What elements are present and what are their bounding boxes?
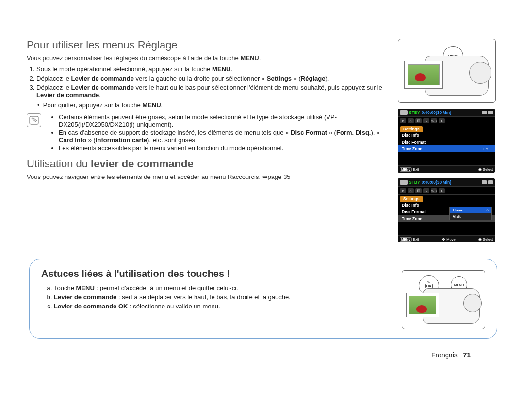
page-footer: Français _71 xyxy=(27,351,500,359)
tab-icon: ◧ xyxy=(415,188,422,193)
mode-icon xyxy=(400,180,408,185)
tab-icon: ◐ xyxy=(439,118,445,123)
intro-pre: Vous pouvez personnaliser les réglages d… xyxy=(27,54,240,62)
tab-icon: ▶ xyxy=(400,188,406,193)
menu-item-disc-format: Disc Format xyxy=(398,139,495,145)
tab-icon: WB xyxy=(431,188,437,193)
tab-icon: ☼ xyxy=(408,188,414,193)
stby-label: STBY xyxy=(409,180,420,185)
submenu-visit: Visit xyxy=(450,213,491,220)
battery-icon xyxy=(488,180,493,184)
stby-label: STBY xyxy=(409,110,420,115)
step-1: Sous le mode opérationnel sélectionné, a… xyxy=(36,65,389,73)
note-2: En cas d'absence de support de stockage … xyxy=(59,129,389,144)
timer-label: 0:00:00[30 Min] xyxy=(422,180,451,185)
footer-lang: Français xyxy=(431,351,459,359)
bottom-move: ✥ Move xyxy=(442,237,455,242)
menu-item-disc-info: Disc Info xyxy=(398,132,495,139)
timezone-submenu: Home ⌂ Visit xyxy=(449,207,492,220)
camera-diagram-2: W OK T MENU xyxy=(402,270,485,329)
settings-tab: Settings xyxy=(400,126,423,132)
bottom-exit: MENUExit xyxy=(400,167,419,172)
tab-icon: ▲ xyxy=(423,188,429,193)
battery-icon xyxy=(488,111,493,114)
tip-b: Levier de commande : sert à se déplacer … xyxy=(54,293,393,301)
w-label: W xyxy=(427,281,430,284)
ok-label: OK xyxy=(425,284,433,288)
tip-a: Touche MENU : permet d'accéder à un menu… xyxy=(54,284,393,291)
note-3: Les éléments accessibles par le menu var… xyxy=(59,145,389,152)
mode-icon xyxy=(400,110,408,115)
bottom-exit: MENUExit xyxy=(400,237,419,242)
tab-icon: ▶ xyxy=(400,118,406,123)
camera-lens-icon xyxy=(463,294,482,312)
note-list: Certains éléments peuvent être grisés, s… xyxy=(45,113,389,153)
camera-screen-icon xyxy=(404,61,443,89)
menu-value-home-icon: : ⌂ xyxy=(483,146,488,151)
step-2: Déplacez le Levier de commande vers la g… xyxy=(36,75,389,82)
note-1: Certains éléments peuvent être grisés, s… xyxy=(59,113,389,128)
section1-title: Pour utiliser les menus Réglage xyxy=(27,39,389,51)
tips-heading: Astuces liées à l'utilisation des touche… xyxy=(41,268,393,279)
note-icon xyxy=(27,113,41,127)
camera-diagram-1: MENU xyxy=(398,39,496,103)
rw-icon xyxy=(482,111,487,114)
tab-icon: ▲ xyxy=(423,118,429,123)
step3-sub: • Pour quitter, appuyez sur la touche ME… xyxy=(37,101,389,109)
camera-lens-icon xyxy=(469,62,491,84)
menu-item-time-zone: Time Zone : ⌂ xyxy=(398,145,495,152)
osd-menu-1: STBY 0:00:00[30 Min] ▶ ☼ ◧ ▲ WB ◐ Settin… xyxy=(398,109,495,173)
submenu-home: Home ⌂ xyxy=(450,207,491,213)
intro-post: . xyxy=(259,54,261,62)
tab-icon: ◧ xyxy=(415,118,422,123)
steps-list: Sous le mode opérationnel sélectionné, a… xyxy=(27,65,389,98)
menu-bubble-label: MENU xyxy=(454,283,464,287)
footer-page: _71 xyxy=(459,351,471,359)
rw-icon xyxy=(482,180,487,184)
timer-label: 0:00:00[30 Min] xyxy=(422,110,451,115)
tips-box: Astuces liées à l'utilisation des touche… xyxy=(29,259,497,339)
tab-icon: WB xyxy=(431,118,437,123)
tab-icon: ☼ xyxy=(408,118,414,123)
tip-c: Levier de commande OK : sélectionne ou v… xyxy=(54,303,393,310)
bottom-select: ◉ Select xyxy=(478,167,493,172)
section2-title: Utilisation du levier de commande xyxy=(27,158,389,170)
step-3: Déplacez le Levier de commande vers le h… xyxy=(36,84,389,98)
bottom-select: ◉ Select xyxy=(478,237,493,242)
osd-menu-2: STBY 0:00:00[30 Min] ▶ ☼ ◧ ▲ WB ◐ Settin… xyxy=(398,178,495,242)
intro-bold: MENU xyxy=(240,54,259,62)
tips-list: Touche MENU : permet d'accéder à un menu… xyxy=(41,284,393,310)
tab-icon: ◐ xyxy=(439,188,445,193)
section2-intro: Vous pouvez naviguer entre les éléments … xyxy=(27,173,389,180)
section1-intro: Vous pouvez personnaliser les réglages d… xyxy=(27,54,389,62)
settings-tab: Settings xyxy=(400,196,423,202)
camera-screen-icon xyxy=(406,293,439,317)
